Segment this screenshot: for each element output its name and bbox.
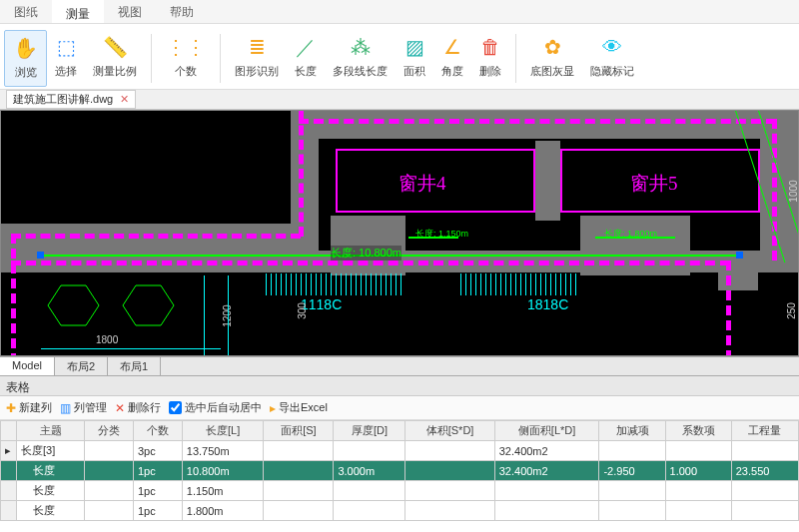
cell[interactable]: [731, 501, 798, 521]
row-handle[interactable]: [1, 461, 17, 481]
tool-length[interactable]: ／长度: [287, 30, 325, 87]
close-icon[interactable]: ✕: [120, 93, 129, 105]
scale-icon: 📏: [103, 32, 128, 62]
row-handle[interactable]: [1, 481, 17, 501]
menu-tab-measure[interactable]: 测量: [52, 0, 104, 23]
cell[interactable]: [85, 441, 134, 461]
cell[interactable]: [264, 441, 334, 461]
table-row[interactable]: 长度1pc1.150m: [1, 481, 799, 501]
cell[interactable]: [599, 441, 665, 461]
cell[interactable]: 23.550: [731, 461, 798, 481]
auto-center-checkbox[interactable]: 选中后自动居中: [169, 400, 262, 415]
cell[interactable]: [494, 501, 599, 521]
cell[interactable]: [264, 461, 334, 481]
table-row[interactable]: 长度1pc1.800m: [1, 501, 799, 521]
columns-button[interactable]: ▥列管理: [60, 400, 107, 415]
cell[interactable]: [599, 501, 665, 521]
table-row[interactable]: ▸长度[3]3pc13.750m32.400m2: [1, 441, 799, 461]
cell[interactable]: 1pc: [133, 501, 182, 521]
dim-small-1: 长度: 1.150m: [415, 228, 468, 241]
cell[interactable]: [405, 441, 494, 461]
tool-scale[interactable]: 📏测量比例: [85, 30, 145, 87]
col-header[interactable]: 主题: [17, 421, 85, 441]
cell[interactable]: [264, 501, 334, 521]
row-handle[interactable]: ▸: [1, 441, 17, 461]
cell[interactable]: [405, 481, 494, 501]
file-tab[interactable]: 建筑施工图讲解.dwg ✕: [6, 90, 136, 109]
measure-endpoint-right[interactable]: [736, 252, 743, 259]
hide-icon: 👁: [602, 32, 622, 62]
tool-select[interactable]: ⬚选择: [47, 30, 85, 87]
layout-tab-1[interactable]: 布局1: [108, 357, 161, 375]
cell[interactable]: [599, 481, 665, 501]
cell[interactable]: [731, 441, 798, 461]
cell[interactable]: 3.000m: [334, 461, 405, 481]
cell[interactable]: [264, 481, 334, 501]
layout-tab-model[interactable]: Model: [0, 357, 55, 375]
tool-pan[interactable]: ✋浏览: [4, 30, 47, 87]
tool-area[interactable]: ▨面积: [396, 30, 433, 87]
cell[interactable]: 长度: [17, 481, 85, 501]
cell[interactable]: 1.800m: [182, 501, 264, 521]
angle-icon: ∠: [443, 32, 461, 62]
cell[interactable]: 长度: [17, 461, 85, 481]
col-header[interactable]: 侧面积[L*D]: [494, 421, 599, 441]
tool-label: 隐藏标记: [590, 64, 634, 79]
new-column-button[interactable]: ✚新建列: [6, 400, 52, 415]
measure-endpoint-left[interactable]: [37, 252, 44, 259]
cell[interactable]: [85, 501, 134, 521]
menu-tab-help[interactable]: 帮助: [156, 0, 208, 23]
col-header[interactable]: 加减项: [599, 421, 665, 441]
cell[interactable]: [334, 481, 405, 501]
cell[interactable]: 10.800m: [182, 461, 264, 481]
cell[interactable]: 3pc: [133, 441, 182, 461]
cell[interactable]: 长度[3]: [17, 441, 85, 461]
cell[interactable]: 1pc: [133, 461, 182, 481]
cell[interactable]: [85, 461, 134, 481]
tool-delete[interactable]: 🗑删除: [471, 30, 509, 87]
cell[interactable]: [334, 441, 405, 461]
layout-tab-2[interactable]: 布局2: [55, 357, 108, 375]
tool-count[interactable]: ⋮⋮个数: [158, 30, 214, 87]
cell[interactable]: 1.000: [665, 461, 731, 481]
cell[interactable]: [731, 481, 798, 501]
cell[interactable]: 13.750m: [182, 441, 264, 461]
table-row[interactable]: 长度1pc10.800m3.000m32.400m2-2.9501.00023.…: [1, 461, 799, 481]
delete-row-button[interactable]: ✕删除行: [115, 400, 161, 415]
cell[interactable]: [405, 501, 494, 521]
cell[interactable]: 长度: [17, 501, 85, 521]
cell[interactable]: [494, 481, 599, 501]
col-header[interactable]: 个数: [133, 421, 182, 441]
menu-tab-view[interactable]: 视图: [104, 0, 156, 23]
tool-angle[interactable]: ∠角度: [433, 30, 471, 87]
col-header[interactable]: 厚度[D]: [334, 421, 405, 441]
menu-tab-drawings[interactable]: 图纸: [0, 0, 52, 23]
row-handle[interactable]: [1, 501, 17, 521]
export-excel-button[interactable]: ▸导出Excel: [270, 400, 328, 415]
cad-canvas[interactable]: 窗井4 窗井5 长度: 1.150m 长度: 1.800m 长度: 10.800…: [0, 110, 799, 356]
tool-polyline[interactable]: ⁂多段线长度: [325, 30, 396, 87]
col-header[interactable]: 工程量: [731, 421, 798, 441]
col-header[interactable]: 长度[L]: [182, 421, 264, 441]
checkbox[interactable]: [169, 401, 182, 414]
label-window4: 窗井4: [399, 171, 446, 197]
cell[interactable]: [665, 441, 731, 461]
tool-gray[interactable]: ✿底图灰显: [522, 30, 582, 87]
polyline-icon: ⁂: [351, 32, 371, 62]
cell[interactable]: 32.400m2: [494, 441, 599, 461]
cell[interactable]: [665, 481, 731, 501]
col-header[interactable]: 体积[S*D]: [405, 421, 494, 441]
cell[interactable]: 32.400m2: [494, 461, 599, 481]
cell[interactable]: [665, 501, 731, 521]
col-header[interactable]: 系数项: [665, 421, 731, 441]
col-header[interactable]: 面积[S]: [264, 421, 334, 441]
cell[interactable]: 1pc: [133, 481, 182, 501]
cell[interactable]: [334, 501, 405, 521]
cell[interactable]: -2.950: [599, 461, 665, 481]
tool-hide[interactable]: 👁隐藏标记: [582, 30, 642, 87]
cell[interactable]: [85, 481, 134, 501]
cell[interactable]: [405, 461, 494, 481]
cell[interactable]: 1.150m: [182, 481, 264, 501]
tool-pattern[interactable]: ≣图形识别: [227, 30, 287, 87]
col-header[interactable]: 分类: [85, 421, 134, 441]
